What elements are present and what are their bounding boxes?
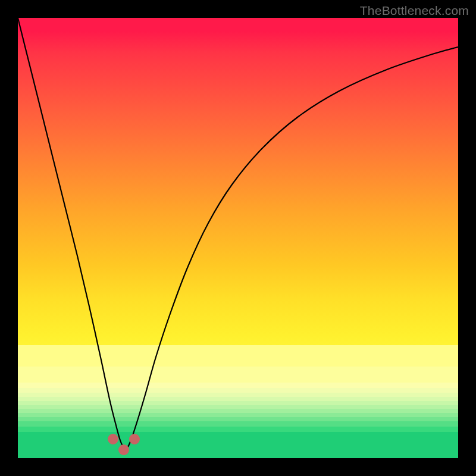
plot-area bbox=[18, 18, 458, 458]
watermark-text: TheBottleneck.com bbox=[360, 4, 469, 18]
bottleneck-curve bbox=[18, 18, 458, 449]
curve-layer bbox=[18, 18, 458, 458]
valley-nub-right bbox=[129, 434, 140, 444]
valley-nub-left bbox=[108, 434, 118, 444]
valley-nub-bottom bbox=[118, 444, 129, 455]
valley-nubs bbox=[108, 434, 140, 455]
